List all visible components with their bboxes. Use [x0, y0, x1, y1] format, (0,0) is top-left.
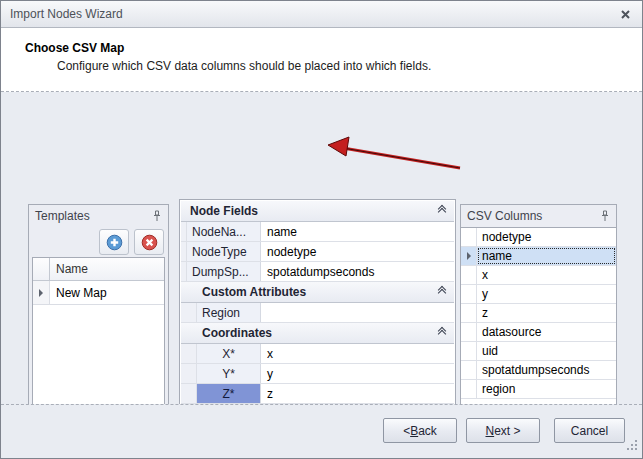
row-indicator-cell: [33, 281, 50, 304]
csv-column-name-cell: uid: [477, 342, 616, 360]
field-label-cell[interactable]: NodeType: [187, 242, 261, 261]
csv-column-row[interactable]: z: [461, 304, 616, 323]
field-row[interactable]: Z*z: [181, 384, 454, 404]
close-icon[interactable]: [617, 6, 633, 22]
csv-columns-caption: CSV Columns: [461, 205, 616, 227]
field-row[interactable]: Y*y: [181, 364, 454, 384]
templates-toolbar: [29, 227, 168, 257]
csv-column-name-cell: z: [477, 304, 616, 322]
field-mapping-grid: Node FieldsNodeNa...nameNodeTypenodetype…: [181, 201, 454, 404]
row-indicator-cell: [461, 323, 477, 341]
indicator-column-header: [33, 258, 50, 280]
field-row[interactable]: DumpSp...spotatdumpseconds: [181, 262, 454, 282]
row-indicator-cell: [461, 304, 477, 322]
csv-column-row[interactable]: region: [461, 380, 616, 399]
right-triangle-icon: [467, 252, 471, 260]
field-label-cell[interactable]: Y*: [197, 364, 261, 383]
csv-column-name-cell: y: [477, 285, 616, 303]
import-nodes-wizard-dialog: Import Nodes Wizard Choose CSV Map Confi…: [0, 0, 643, 459]
row-gutter: [181, 384, 197, 403]
delete-template-button[interactable]: [134, 229, 164, 255]
csv-column-name-cell: x: [477, 266, 616, 284]
back-label-pre: <: [403, 424, 410, 438]
field-value-cell[interactable]: [261, 303, 454, 322]
section-title: Custom Attributes: [202, 285, 306, 299]
templates-caption-label: Templates: [35, 209, 90, 223]
push-pin-icon[interactable]: [152, 210, 162, 222]
csv-column-row[interactable]: y: [461, 285, 616, 304]
back-label-rest: ack: [418, 424, 437, 438]
section-header[interactable]: Node Fields: [181, 201, 454, 222]
row-indicator-cell: [461, 342, 477, 360]
window-title: Import Nodes Wizard: [10, 7, 123, 21]
add-circle-icon: [106, 234, 123, 251]
field-label-cell[interactable]: Region: [197, 303, 261, 322]
field-value-cell[interactable]: name: [261, 222, 454, 241]
csv-column-row[interactable]: name: [461, 247, 616, 266]
csv-column-name-cell: name: [477, 247, 616, 265]
delete-circle-icon: [141, 234, 158, 251]
cancel-button[interactable]: Cancel: [554, 418, 625, 443]
wizard-content-area: Templates Name New Map: [1, 92, 642, 404]
field-row[interactable]: NodeTypenodetype: [181, 242, 454, 262]
templates-rows: New Map: [33, 281, 164, 305]
template-name-cell: New Map: [50, 281, 164, 304]
field-value-cell[interactable]: y: [261, 364, 454, 383]
csv-column-row[interactable]: x: [461, 266, 616, 285]
field-value-cell[interactable]: x: [261, 344, 454, 363]
row-gutter: [181, 303, 197, 322]
csv-column-row[interactable]: uid: [461, 342, 616, 361]
wizard-heading-area: Choose CSV Map Configure which CSV data …: [1, 28, 642, 92]
add-template-button[interactable]: [99, 229, 129, 255]
push-pin-icon[interactable]: [600, 210, 610, 222]
double-chevron-up-icon: [439, 206, 445, 212]
section-title: Node Fields: [190, 204, 258, 218]
wizard-footer: < Back Next > Cancel: [1, 404, 642, 458]
field-value-cell[interactable]: z: [261, 384, 454, 403]
next-label-mnemonic: N: [485, 424, 494, 438]
row-gutter: [181, 344, 197, 363]
back-button[interactable]: < Back: [383, 418, 457, 443]
field-label-cell[interactable]: X*: [197, 344, 261, 363]
page-title: Choose CSV Map: [25, 41, 642, 55]
next-button[interactable]: Next >: [466, 418, 540, 443]
name-column-header[interactable]: Name: [50, 258, 164, 280]
double-chevron-up-icon: [439, 328, 445, 334]
right-triangle-icon: [39, 289, 43, 297]
back-label-mnemonic: B: [410, 424, 418, 438]
csv-column-row[interactable]: spotatdumpseconds: [461, 361, 616, 380]
row-indicator-cell: [461, 285, 477, 303]
next-label-rest: ext >: [494, 424, 520, 438]
field-label-cell[interactable]: NodeNa...: [187, 222, 261, 241]
section-title: Coordinates: [202, 326, 272, 340]
field-value-cell[interactable]: nodetype: [261, 242, 454, 261]
csv-column-name-cell: nodetype: [477, 228, 616, 246]
csv-column-row[interactable]: nodetype: [461, 228, 616, 247]
row-gutter: [181, 364, 197, 383]
double-chevron-up-icon: [439, 287, 445, 293]
field-label-cell[interactable]: DumpSp...: [187, 262, 261, 281]
template-row[interactable]: New Map: [33, 281, 164, 305]
row-indicator-cell: [461, 266, 477, 284]
resize-grip[interactable]: [626, 439, 638, 454]
section-header[interactable]: Coordinates: [181, 323, 454, 344]
field-row[interactable]: NodeNa...name: [181, 222, 454, 242]
row-indicator-cell: [461, 247, 477, 265]
templates-panel-caption: Templates: [29, 205, 168, 227]
field-row[interactable]: Region: [181, 303, 454, 323]
csv-column-name-cell: region: [477, 380, 616, 398]
section-header[interactable]: Custom Attributes: [181, 282, 454, 303]
row-indicator-cell: [461, 228, 477, 246]
page-subtitle: Configure which CSV data columns should …: [57, 59, 642, 73]
templates-grid-header[interactable]: Name: [33, 258, 164, 281]
csv-columns-caption-label: CSV Columns: [467, 209, 542, 223]
row-indicator-cell: [461, 361, 477, 379]
field-row[interactable]: X*x: [181, 344, 454, 364]
field-value-cell[interactable]: spotatdumpseconds: [261, 262, 454, 281]
csv-column-row[interactable]: datasource: [461, 323, 616, 342]
csv-column-name-cell: spotatdumpseconds: [477, 361, 616, 379]
wizard-buttons: < Back Next > Cancel: [1, 405, 642, 443]
csv-column-name-cell: datasource: [477, 323, 616, 341]
title-bar[interactable]: Import Nodes Wizard: [1, 1, 642, 28]
field-label-cell[interactable]: Z*: [197, 384, 261, 403]
